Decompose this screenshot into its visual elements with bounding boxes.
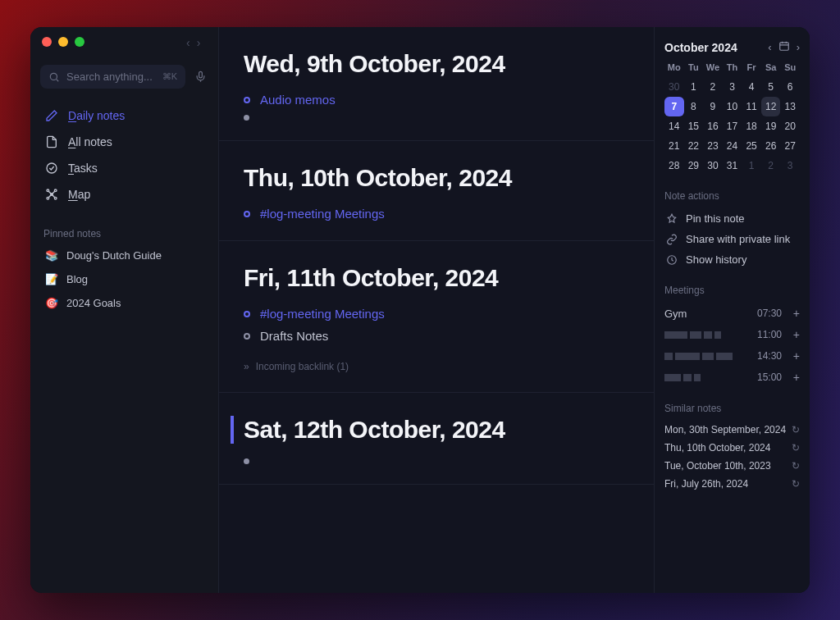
calendar-day[interactable]: 2 — [703, 77, 723, 97]
calendar-dow: Sa — [761, 62, 781, 77]
calendar-day[interactable]: 13 — [780, 97, 800, 116]
calendar-day[interactable]: 25 — [742, 136, 761, 156]
calendar-day[interactable]: 4 — [742, 77, 761, 97]
bullet-item[interactable]: Drafts Notes — [244, 329, 629, 343]
calendar-day[interactable]: 27 — [780, 136, 800, 156]
bullet-item[interactable] — [244, 458, 629, 464]
calendar-day[interactable]: 9 — [703, 97, 723, 116]
similar-note-item[interactable]: Fri, July 26th, 2024↻ — [664, 475, 800, 493]
calendar-day[interactable]: 31 — [723, 156, 742, 176]
calendar-day[interactable]: 19 — [761, 116, 781, 136]
calendar-day[interactable]: 5 — [761, 77, 781, 97]
pinned-item[interactable]: 📝Blog — [37, 268, 212, 290]
calendar-day[interactable]: 16 — [703, 116, 723, 136]
similar-note-item[interactable]: Tue, October 10th, 2023↻ — [664, 457, 800, 475]
bullet-item[interactable]: #log-meeting Meetings — [244, 307, 629, 321]
history-action[interactable]: Show history — [664, 249, 800, 270]
pinned-item[interactable]: 📚Doug's Dutch Guide — [37, 244, 212, 267]
nav-map[interactable]: Map — [37, 182, 212, 207]
search-input[interactable]: Search anything... ⌘K — [40, 65, 185, 89]
meeting-item[interactable]: 11:00+ — [664, 324, 800, 345]
swap-icon[interactable]: ↻ — [792, 424, 800, 435]
meeting-name — [664, 374, 751, 381]
bullet-link[interactable]: Audio memos — [260, 93, 336, 107]
close-window-button[interactable] — [42, 37, 52, 47]
similar-note-item[interactable]: Mon, 30th September, 2024↻ — [664, 421, 800, 439]
meeting-item[interactable]: 15:00+ — [664, 367, 800, 388]
calendar-day[interactable]: 29 — [684, 156, 704, 176]
meeting-name — [664, 331, 751, 339]
calendar-day[interactable]: 21 — [664, 136, 684, 156]
similar-note-title: Fri, July 26th, 2024 — [664, 478, 748, 490]
bullet-item[interactable] — [244, 115, 629, 121]
nav-daily-notes[interactable]: DDaily notesaily notes — [37, 103, 212, 128]
day-title[interactable]: Fri, 11th October, 2024 — [244, 264, 629, 292]
day-title[interactable]: Sat, 12th October, 2024 — [231, 416, 629, 444]
pinned-item[interactable]: 🎯2024 Goals — [37, 292, 212, 314]
calendar-day[interactable]: 2 — [761, 156, 781, 176]
minimize-window-button[interactable] — [58, 37, 68, 47]
calendar-day[interactable]: 12 — [761, 97, 781, 116]
bullet-item[interactable]: #log-meeting Meetings — [244, 207, 629, 221]
calendar-day[interactable]: 3 — [723, 77, 742, 97]
calendar-day[interactable]: 15 — [684, 116, 704, 136]
swap-icon[interactable]: ↻ — [792, 442, 800, 454]
calendar-day[interactable]: 26 — [761, 136, 781, 156]
nav-back-button[interactable]: ‹ — [186, 36, 190, 49]
calendar-day[interactable]: 3 — [780, 156, 800, 176]
add-meeting-note-button[interactable]: + — [787, 371, 800, 384]
bullet-link[interactable]: #log-meeting Meetings — [260, 307, 385, 321]
calendar-day[interactable]: 17 — [723, 116, 742, 136]
calendar-day[interactable]: 30 — [664, 77, 684, 97]
calendar-dow: Tu — [684, 62, 704, 77]
swap-icon[interactable]: ↻ — [792, 478, 800, 490]
pinned-list: 📚Doug's Dutch Guide📝Blog🎯2024 Goals — [30, 244, 218, 314]
calendar-next-button[interactable]: › — [797, 41, 800, 53]
nav-forward-button[interactable]: › — [197, 36, 201, 49]
calendar-day[interactable]: 1 — [684, 77, 704, 97]
add-meeting-note-button[interactable]: + — [787, 328, 800, 341]
swap-icon[interactable]: ↻ — [792, 460, 800, 472]
calendar-day[interactable]: 23 — [703, 136, 723, 156]
calendar-day[interactable]: 18 — [742, 116, 761, 136]
bullet-dot-icon — [244, 333, 250, 340]
day-title[interactable]: Wed, 9th October, 2024 — [244, 50, 629, 78]
check-circle-icon — [45, 162, 58, 175]
calendar-day[interactable]: 11 — [742, 97, 761, 116]
maximize-window-button[interactable] — [75, 37, 84, 47]
pinned-emoji: 📝 — [45, 273, 58, 285]
calendar-day[interactable]: 24 — [723, 136, 742, 156]
day-block: Wed, 9th October, 2024Audio memos — [219, 27, 654, 141]
calendar-day[interactable]: 6 — [780, 77, 800, 97]
pinned-label: Pinned notes — [30, 218, 218, 244]
meeting-item[interactable]: Gym07:30+ — [664, 303, 800, 324]
calendar-day[interactable]: 28 — [664, 156, 684, 176]
pin-note-action[interactable]: Pin this note — [664, 208, 800, 229]
nav-tasks[interactable]: Tasks — [37, 156, 212, 180]
calendar-day[interactable]: 14 — [664, 116, 684, 136]
calendar-day[interactable]: 20 — [780, 116, 800, 136]
nav-all-notes[interactable]: All notes — [37, 130, 212, 154]
share-note-action[interactable]: Share with private link — [664, 229, 800, 249]
similar-note-item[interactable]: Thu, 10th October, 2024↻ — [664, 439, 800, 457]
window-controls — [42, 37, 84, 47]
calendar-today-button[interactable] — [778, 40, 790, 54]
day-title[interactable]: Thu, 10th October, 2024 — [244, 164, 629, 192]
calendar-day[interactable]: 10 — [723, 97, 742, 116]
meeting-name — [664, 353, 751, 360]
add-meeting-note-button[interactable]: + — [787, 349, 800, 362]
calendar-prev-button[interactable]: ‹ — [768, 41, 771, 53]
voice-input-button[interactable] — [192, 71, 208, 83]
meeting-item[interactable]: 14:30+ — [664, 345, 800, 367]
calendar-day[interactable]: 8 — [684, 97, 704, 116]
backlinks-row[interactable]: »Incoming backlink (1) — [244, 361, 629, 372]
calendar-day[interactable]: 22 — [684, 136, 704, 156]
bullet-item[interactable]: Audio memos — [244, 93, 629, 107]
bullet-link[interactable]: #log-meeting Meetings — [260, 207, 385, 221]
main-content[interactable]: Wed, 9th October, 2024Audio memosThu, 10… — [219, 27, 654, 593]
calendar-day[interactable]: 30 — [703, 156, 723, 176]
calendar-month[interactable]: October 2024 — [664, 41, 737, 54]
add-meeting-note-button[interactable]: + — [787, 307, 800, 320]
calendar-day[interactable]: 1 — [742, 156, 761, 176]
calendar-day[interactable]: 7 — [664, 97, 684, 116]
